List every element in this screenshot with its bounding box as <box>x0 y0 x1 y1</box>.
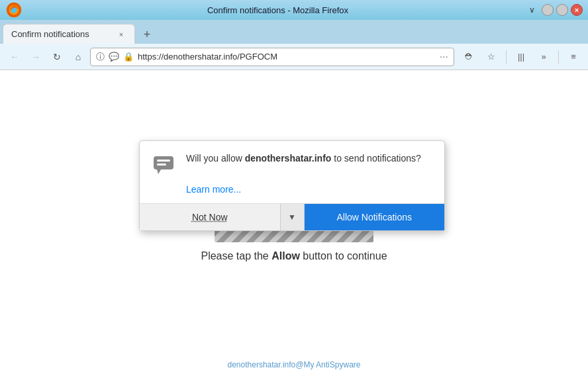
lock-icon: 🔒 <box>123 52 134 62</box>
nav-extras: ⛑ ☆ ||| » ≡ <box>460 48 583 66</box>
popup-chat-icon <box>150 152 177 178</box>
main-area: Will you allow denothershatar.info to se… <box>0 70 588 380</box>
tab-title: Confirm notifications <box>11 29 111 39</box>
learn-more-link[interactable]: Learn more... <box>186 184 241 195</box>
nav-bar: ← → ↻ ⌂ ⓘ 💬 🔒 https://denothershatar.inf… <box>0 44 588 70</box>
info-icon: ⓘ <box>96 51 105 63</box>
title-bar-title: Confirm notifications - Mozilla Firefox <box>26 5 529 15</box>
nav-separator-2 <box>558 50 559 64</box>
new-tab-button[interactable]: + <box>138 25 156 44</box>
chevron-icon[interactable]: ∨ <box>529 5 535 15</box>
not-now-dropdown-button[interactable]: ▼ <box>280 204 304 230</box>
allow-bold-text: Allow <box>271 250 300 261</box>
home-button[interactable]: ⌂ <box>69 48 87 66</box>
popup-buttons: Not Now ▼ Allow Notifications <box>140 203 444 230</box>
maximize-button[interactable] <box>556 4 568 16</box>
page-footer: denothershatar.info@My AntiSpyware <box>0 360 588 369</box>
address-bar[interactable]: ⓘ 💬 🔒 https://denothershatar.info/PGFOCM… <box>90 48 454 66</box>
svg-marker-4 <box>157 169 161 174</box>
popup-body: Will you allow denothershatar.info to se… <box>140 141 444 183</box>
close-button[interactable]: × <box>571 4 583 16</box>
title-bar: Confirm notifications - Mozilla Firefox … <box>0 0 588 20</box>
notification-icon: 💬 <box>109 52 119 62</box>
forward-button[interactable]: → <box>26 48 45 66</box>
tab-close-button[interactable]: × <box>116 29 126 40</box>
back-button[interactable]: ← <box>5 48 24 66</box>
title-bar-controls: ∨ × <box>529 4 583 16</box>
menu-button[interactable]: ≡ <box>564 48 583 66</box>
library-button[interactable]: ||| <box>512 48 530 66</box>
page-instruction: Please tap the Allow button to continue <box>201 250 387 262</box>
reload-button[interactable]: ↻ <box>48 48 66 66</box>
notification-popup: Will you allow denothershatar.info to se… <box>139 140 445 231</box>
popup-learn-more-section: Learn more... <box>140 183 444 203</box>
more-options-icon[interactable]: ··· <box>440 51 448 63</box>
not-now-button[interactable]: Not Now <box>140 204 280 230</box>
allow-notifications-button[interactable]: Allow Notifications <box>304 204 445 230</box>
url-text: https://denothershatar.info/PGFOCM <box>138 52 436 62</box>
popup-question-text: Will you allow denothershatar.info to se… <box>186 152 421 166</box>
nav-separator <box>506 50 507 64</box>
pocket-button[interactable]: ⛑ <box>460 48 478 66</box>
firefox-logo <box>5 1 23 19</box>
svg-rect-5 <box>157 160 170 162</box>
minimize-button[interactable] <box>542 4 554 16</box>
bookmark-button[interactable]: ☆ <box>482 48 501 66</box>
active-tab[interactable]: Confirm notifications × <box>3 24 135 44</box>
footer-link[interactable]: denothershatar.info@My AntiSpyware <box>228 360 361 369</box>
svg-rect-6 <box>157 164 166 166</box>
popup-domain: denothershatar.info <box>245 153 332 164</box>
extensions-button[interactable]: » <box>534 48 553 66</box>
tab-bar: Confirm notifications × + <box>0 20 588 44</box>
svg-rect-3 <box>154 156 173 169</box>
